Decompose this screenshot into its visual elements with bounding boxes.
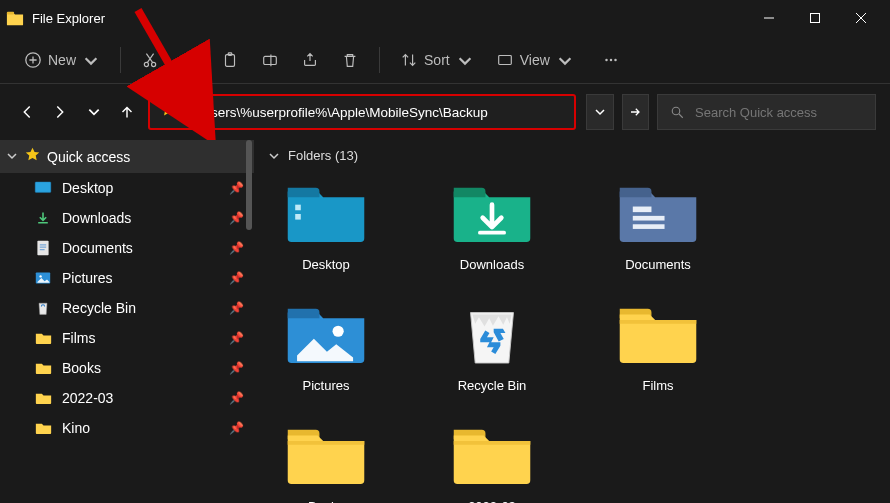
paste-button[interactable] [211,42,249,78]
search-box[interactable] [657,94,876,130]
folder-recyclebin[interactable]: Recycle Bin [438,300,546,393]
sidebar-item-books[interactable]: Books 📌 [0,353,254,383]
address-history-button[interactable] [586,94,614,130]
search-input[interactable] [695,105,863,120]
new-label: New [48,52,76,68]
folder-label: 2022-03 [468,499,516,503]
folder-icon [34,389,52,407]
rename-button[interactable] [251,42,289,78]
sidebar-item-label: Films [62,330,219,346]
minimize-button[interactable] [746,2,792,34]
recyclebin-icon [448,300,536,370]
folders-section-header[interactable]: Folders (13) [254,140,890,171]
forward-button[interactable] [48,95,74,129]
sidebar-item-label: Books [62,360,219,376]
folder-films[interactable]: Films [604,300,712,393]
copy-button[interactable] [171,42,209,78]
desktop-folder-icon [282,179,370,249]
svg-rect-0 [7,12,14,15]
delete-button[interactable] [331,42,369,78]
recycle-icon [34,299,52,317]
view-button[interactable]: View [486,42,584,78]
maximize-button[interactable] [792,2,838,34]
folder-label: Books [308,499,344,503]
share-button[interactable] [291,42,329,78]
sidebar-item-2022-03[interactable]: 2022-03 📌 [0,383,254,413]
more-button[interactable] [592,42,630,78]
svg-rect-14 [35,182,51,193]
folder-icon [34,419,52,437]
sidebar-item-kino[interactable]: Kino 📌 [0,413,254,443]
svg-rect-1 [811,14,820,23]
pin-icon: 📌 [229,301,244,315]
svg-rect-8 [264,56,277,64]
chevron-down-icon [556,51,574,69]
pin-icon: 📌 [229,271,244,285]
sidebar-scrollbar[interactable] [246,140,252,230]
close-button[interactable] [838,2,884,34]
toolbar-divider [379,47,380,73]
folder-2022-03[interactable]: 2022-03 [438,421,546,503]
sidebar-item-label: Desktop [62,180,219,196]
folder-label: Desktop [302,257,350,272]
star-icon [24,146,41,167]
sidebar-item-documents[interactable]: Documents 📌 [0,233,254,263]
app-folder-icon [6,10,24,26]
svg-point-4 [152,62,156,66]
folder-icon [614,300,702,370]
folder-pictures[interactable]: Pictures [272,300,380,393]
pin-icon: 📌 [229,421,244,435]
folder-label: Pictures [303,378,350,393]
chevron-down-icon [6,148,18,166]
window-title: File Explorer [32,11,105,26]
folder-label: Recycle Bin [458,378,527,393]
svg-rect-6 [226,54,235,66]
folder-books[interactable]: Books [272,421,380,503]
go-button[interactable] [622,94,650,130]
picture-icon [34,269,52,287]
folder-icon [34,329,52,347]
svg-rect-19 [295,205,301,211]
svg-rect-20 [295,214,301,220]
up-button[interactable] [115,95,141,129]
document-icon [34,239,52,257]
svg-rect-21 [633,207,652,213]
sidebar-item-label: Documents [62,240,219,256]
address-bar[interactable]: C:\Users\%userprofile%\Apple\MobileSync\… [148,94,576,130]
documents-folder-icon [614,179,702,249]
folder-downloads[interactable]: Downloads [438,179,546,272]
back-button[interactable] [14,95,40,129]
pin-icon: 📌 [229,211,244,225]
folder-desktop[interactable]: Desktop [272,179,380,272]
star-icon [160,102,176,122]
pin-icon: 📌 [229,391,244,405]
sidebar-item-pictures[interactable]: Pictures 📌 [0,263,254,293]
titlebar: File Explorer [0,0,890,36]
svg-point-24 [333,326,344,337]
content-area: Folders (13) Desktop Downloads Documents [254,140,890,503]
sidebar-item-label: 2022-03 [62,390,219,406]
folders-header-label: Folders (13) [288,148,358,163]
folder-documents[interactable]: Documents [604,179,712,272]
chevron-down-icon [456,51,474,69]
pin-icon: 📌 [229,331,244,345]
sidebar-item-recyclebin[interactable]: Recycle Bin 📌 [0,293,254,323]
new-button[interactable]: New [14,42,110,78]
recent-locations-button[interactable] [81,95,107,129]
svg-point-11 [610,58,613,61]
download-icon [34,209,52,227]
folder-icon [448,421,536,491]
view-label: View [520,52,550,68]
sidebar-item-downloads[interactable]: Downloads 📌 [0,203,254,233]
cut-button[interactable] [131,42,169,78]
sidebar-item-desktop[interactable]: Desktop 📌 [0,173,254,203]
sidebar-item-films[interactable]: Films 📌 [0,323,254,353]
svg-rect-16 [37,241,48,255]
folder-icon [282,421,370,491]
sort-button[interactable]: Sort [390,42,484,78]
quick-access-header[interactable]: Quick access [0,140,254,173]
svg-point-3 [144,62,148,66]
sidebar: Quick access Desktop 📌 Downloads 📌 Docum… [0,140,254,503]
sidebar-item-label: Kino [62,420,219,436]
desktop-icon [34,179,52,197]
